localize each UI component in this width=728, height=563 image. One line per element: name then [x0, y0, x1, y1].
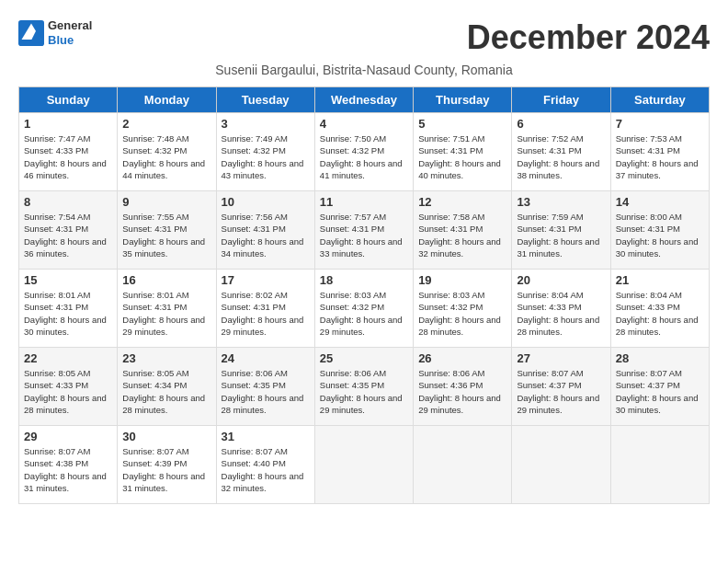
header-friday: Friday — [512, 87, 610, 113]
day-number: 3 — [222, 117, 310, 131]
day-number: 26 — [418, 351, 506, 365]
calendar-subtitle: Susenii Bargaului, Bistrita-Nasaud Count… — [18, 63, 710, 77]
calendar-cell-17: 17 Sunrise: 8:02 AM Sunset: 4:31 PM Dayl… — [216, 270, 314, 348]
calendar-cell-9: 9 Sunrise: 7:55 AM Sunset: 4:31 PM Dayli… — [118, 191, 216, 270]
day-number: 11 — [320, 195, 408, 209]
day-number: 20 — [517, 273, 605, 287]
calendar-table: Sunday Monday Tuesday Wednesday Thursday… — [18, 86, 710, 504]
week-row-3: 15 Sunrise: 8:01 AM Sunset: 4:31 PM Dayl… — [19, 270, 710, 348]
day-info: Sunrise: 8:01 AM Sunset: 4:31 PM Dayligh… — [24, 289, 112, 338]
day-info: Sunrise: 8:05 AM Sunset: 4:33 PM Dayligh… — [24, 367, 112, 416]
calendar-cell-26: 26 Sunrise: 8:06 AM Sunset: 4:36 PM Dayl… — [414, 348, 512, 426]
day-number: 12 — [418, 195, 506, 209]
page-header: General Blue December 2024 — [18, 18, 710, 57]
calendar-cell-empty — [314, 426, 413, 504]
header-tuesday: Tuesday — [216, 87, 314, 113]
day-number: 14 — [616, 195, 704, 209]
calendar-cell-11: 11 Sunrise: 7:57 AM Sunset: 4:31 PM Dayl… — [314, 191, 413, 270]
day-info: Sunrise: 7:55 AM Sunset: 4:31 PM Dayligh… — [122, 211, 210, 259]
day-number: 2 — [122, 117, 210, 131]
day-info: Sunrise: 8:07 AM Sunset: 4:37 PM Dayligh… — [616, 367, 704, 416]
day-number: 27 — [517, 351, 605, 365]
day-info: Sunrise: 8:06 AM Sunset: 4:36 PM Dayligh… — [418, 367, 506, 416]
header-saturday: Saturday — [610, 87, 709, 113]
day-number: 15 — [24, 273, 112, 287]
calendar-cell-23: 23 Sunrise: 8:05 AM Sunset: 4:34 PM Dayl… — [118, 348, 216, 426]
calendar-cell-16: 16 Sunrise: 8:01 AM Sunset: 4:31 PM Dayl… — [118, 270, 216, 348]
day-number: 16 — [122, 273, 210, 287]
day-info: Sunrise: 8:03 AM Sunset: 4:32 PM Dayligh… — [320, 289, 408, 338]
calendar-cell-29: 29 Sunrise: 8:07 AM Sunset: 4:38 PM Dayl… — [19, 426, 118, 504]
logo-icon — [18, 20, 44, 46]
header-thursday: Thursday — [414, 87, 512, 113]
day-number: 13 — [517, 195, 605, 209]
calendar-cell-3: 3 Sunrise: 7:49 AM Sunset: 4:32 PM Dayli… — [216, 113, 314, 191]
day-info: Sunrise: 7:51 AM Sunset: 4:31 PM Dayligh… — [418, 132, 506, 181]
day-number: 8 — [24, 195, 112, 209]
title-section: December 2024 — [467, 18, 710, 57]
day-info: Sunrise: 7:49 AM Sunset: 4:32 PM Dayligh… — [222, 132, 310, 181]
week-row-1: 1 Sunrise: 7:47 AM Sunset: 4:33 PM Dayli… — [19, 113, 710, 191]
day-number: 9 — [122, 195, 210, 209]
day-number: 4 — [320, 117, 408, 131]
day-number: 25 — [320, 351, 408, 365]
calendar-cell-20: 20 Sunrise: 8:04 AM Sunset: 4:33 PM Dayl… — [512, 270, 610, 348]
calendar-cell-empty — [414, 426, 512, 504]
week-row-2: 8 Sunrise: 7:54 AM Sunset: 4:31 PM Dayli… — [19, 191, 710, 270]
day-info: Sunrise: 8:03 AM Sunset: 4:32 PM Dayligh… — [418, 289, 506, 338]
day-info: Sunrise: 8:05 AM Sunset: 4:34 PM Dayligh… — [122, 367, 210, 416]
day-info: Sunrise: 8:06 AM Sunset: 4:35 PM Dayligh… — [320, 367, 408, 416]
day-info: Sunrise: 7:59 AM Sunset: 4:31 PM Dayligh… — [517, 211, 605, 259]
calendar-cell-28: 28 Sunrise: 8:07 AM Sunset: 4:37 PM Dayl… — [610, 348, 709, 426]
day-info: Sunrise: 7:56 AM Sunset: 4:31 PM Dayligh… — [222, 211, 310, 259]
day-info: Sunrise: 7:48 AM Sunset: 4:32 PM Dayligh… — [122, 132, 210, 181]
day-number: 10 — [222, 195, 310, 209]
calendar-cell-13: 13 Sunrise: 7:59 AM Sunset: 4:31 PM Dayl… — [512, 191, 610, 270]
calendar-cell-5: 5 Sunrise: 7:51 AM Sunset: 4:31 PM Dayli… — [414, 113, 512, 191]
day-info: Sunrise: 7:47 AM Sunset: 4:33 PM Dayligh… — [24, 132, 112, 181]
calendar-cell-2: 2 Sunrise: 7:48 AM Sunset: 4:32 PM Dayli… — [118, 113, 216, 191]
day-number: 24 — [222, 351, 310, 365]
day-info: Sunrise: 8:07 AM Sunset: 4:37 PM Dayligh… — [517, 367, 605, 416]
day-number: 19 — [418, 273, 506, 287]
calendar-cell-12: 12 Sunrise: 7:58 AM Sunset: 4:31 PM Dayl… — [414, 191, 512, 270]
day-info: Sunrise: 7:52 AM Sunset: 4:31 PM Dayligh… — [517, 132, 605, 181]
header-monday: Monday — [118, 87, 216, 113]
calendar-cell-empty — [512, 426, 610, 504]
calendar-cell-8: 8 Sunrise: 7:54 AM Sunset: 4:31 PM Dayli… — [19, 191, 118, 270]
calendar-cell-22: 22 Sunrise: 8:05 AM Sunset: 4:33 PM Dayl… — [19, 348, 118, 426]
calendar-header-row: Sunday Monday Tuesday Wednesday Thursday… — [19, 87, 710, 113]
calendar-cell-6: 6 Sunrise: 7:52 AM Sunset: 4:31 PM Dayli… — [512, 113, 610, 191]
calendar-cell-24: 24 Sunrise: 8:06 AM Sunset: 4:35 PM Dayl… — [216, 348, 314, 426]
day-info: Sunrise: 8:02 AM Sunset: 4:31 PM Dayligh… — [222, 289, 310, 338]
calendar-cell-15: 15 Sunrise: 8:01 AM Sunset: 4:31 PM Dayl… — [19, 270, 118, 348]
calendar-cell-31: 31 Sunrise: 8:07 AM Sunset: 4:40 PM Dayl… — [216, 426, 314, 504]
day-info: Sunrise: 8:07 AM Sunset: 4:40 PM Dayligh… — [222, 445, 310, 494]
calendar-cell-18: 18 Sunrise: 8:03 AM Sunset: 4:32 PM Dayl… — [314, 270, 413, 348]
day-info: Sunrise: 8:04 AM Sunset: 4:33 PM Dayligh… — [517, 289, 605, 338]
calendar-cell-4: 4 Sunrise: 7:50 AM Sunset: 4:32 PM Dayli… — [314, 113, 413, 191]
header-wednesday: Wednesday — [314, 87, 413, 113]
day-info: Sunrise: 8:00 AM Sunset: 4:31 PM Dayligh… — [616, 211, 704, 259]
day-number: 31 — [222, 430, 310, 443]
day-info: Sunrise: 8:01 AM Sunset: 4:31 PM Dayligh… — [122, 289, 210, 338]
day-number: 22 — [24, 351, 112, 365]
day-number: 1 — [24, 117, 112, 131]
week-row-4: 22 Sunrise: 8:05 AM Sunset: 4:33 PM Dayl… — [19, 348, 710, 426]
calendar-cell-empty — [610, 426, 709, 504]
day-info: Sunrise: 8:04 AM Sunset: 4:33 PM Dayligh… — [616, 289, 704, 338]
day-number: 28 — [616, 351, 704, 365]
month-title: December 2024 — [467, 18, 710, 57]
day-number: 6 — [517, 117, 605, 131]
day-info: Sunrise: 8:07 AM Sunset: 4:38 PM Dayligh… — [24, 445, 112, 494]
day-info: Sunrise: 7:54 AM Sunset: 4:31 PM Dayligh… — [24, 211, 112, 259]
logo-text: General Blue — [48, 18, 92, 47]
day-number: 17 — [222, 273, 310, 287]
calendar-cell-30: 30 Sunrise: 8:07 AM Sunset: 4:39 PM Dayl… — [118, 426, 216, 504]
calendar-cell-25: 25 Sunrise: 8:06 AM Sunset: 4:35 PM Dayl… — [314, 348, 413, 426]
day-info: Sunrise: 7:53 AM Sunset: 4:31 PM Dayligh… — [616, 132, 704, 181]
day-number: 29 — [24, 430, 112, 443]
day-number: 21 — [616, 273, 704, 287]
calendar-cell-10: 10 Sunrise: 7:56 AM Sunset: 4:31 PM Dayl… — [216, 191, 314, 270]
day-info: Sunrise: 7:57 AM Sunset: 4:31 PM Dayligh… — [320, 211, 408, 259]
